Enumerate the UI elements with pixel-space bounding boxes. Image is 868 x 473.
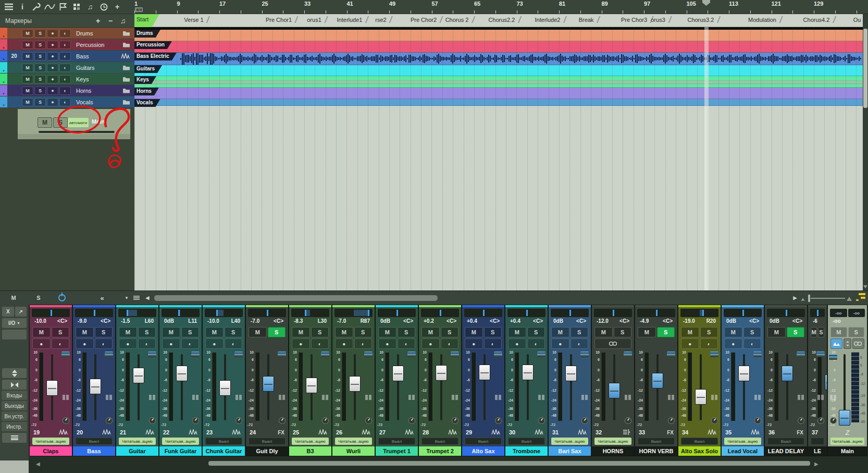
solo-button[interactable]: S bbox=[354, 327, 373, 337]
automation-chip-icon[interactable] bbox=[234, 351, 243, 357]
monitor-button[interactable]: ◐ bbox=[484, 338, 502, 349]
solo-button[interactable]: S bbox=[571, 327, 589, 337]
track-color-cell[interactable]: ▾ bbox=[0, 62, 7, 73]
automation-mode-button[interactable]: Выкл bbox=[767, 438, 804, 445]
automation-mode-button[interactable]: автомати bbox=[68, 118, 89, 127]
monitor-button[interactable]: ◐ bbox=[138, 338, 156, 349]
automation-mode-button[interactable]: Выкл bbox=[378, 438, 415, 445]
mute-button[interactable]: M bbox=[38, 117, 52, 128]
automation-mode-button[interactable]: Выкл bbox=[681, 438, 718, 445]
channel-name-tag[interactable]: Guit Dly bbox=[246, 446, 288, 456]
corner-grip[interactable] bbox=[859, 293, 865, 295]
automation-mode-button[interactable]: Читатьав..ацию bbox=[594, 438, 631, 445]
collapse-icon[interactable]: « bbox=[96, 294, 108, 302]
monitor-button[interactable]: ◐ bbox=[311, 338, 329, 349]
mini-knob[interactable] bbox=[711, 417, 718, 424]
record-button[interactable]: ● bbox=[47, 87, 58, 95]
fader-track[interactable] bbox=[181, 354, 183, 420]
volume-readout[interactable]: -4.9 bbox=[640, 318, 649, 326]
marker-flag[interactable]: Interlude2 bbox=[535, 16, 566, 23]
monitor-button[interactable]: ◐ bbox=[700, 338, 718, 349]
arrangement-view[interactable]: StartVerse 1Pre Chor1orus1Interlude1rse2… bbox=[134, 14, 868, 290]
track-color-cell[interactable]: ▾ bbox=[0, 74, 7, 84]
solo-button[interactable]: S bbox=[52, 327, 70, 337]
corner-grip[interactable] bbox=[861, 297, 865, 299]
automation-chip-icon[interactable] bbox=[580, 351, 589, 357]
close-icon[interactable]: X bbox=[2, 307, 14, 317]
automation-mode-button[interactable] bbox=[811, 438, 824, 445]
solo-button[interactable]: S bbox=[268, 327, 286, 337]
mini-knob[interactable] bbox=[452, 417, 458, 424]
fader-handle[interactable] bbox=[695, 389, 706, 405]
pan-control[interactable] bbox=[594, 309, 632, 317]
fader-handle[interactable] bbox=[392, 366, 404, 381]
volume-readout[interactable]: 0dB bbox=[553, 318, 563, 326]
channel-name-tag[interactable]: Alto Sax Solo bbox=[678, 446, 721, 456]
track-lane-keys[interactable]: Keys bbox=[134, 76, 868, 88]
channel-strip-21[interactable]: -1.5L60MS●◐1060-6-12-24-36-48-7221Читать… bbox=[116, 305, 158, 456]
record-button[interactable]: ● bbox=[551, 338, 569, 349]
channel-name-tag[interactable]: HORNS bbox=[592, 446, 634, 456]
fader-flip-icon[interactable] bbox=[844, 338, 851, 349]
track-row-guitars[interactable]: ▾MS●◐Guitars bbox=[0, 62, 134, 73]
volume-readout[interactable]: +0.4 bbox=[467, 318, 477, 326]
solo-button[interactable]: S bbox=[398, 327, 416, 337]
io-button[interactable]: I/O ▼ bbox=[2, 318, 27, 328]
channel-strip-main[interactable]: -oo-oo-ooMS1060-6-12-24-36-48-7260-6-12-… bbox=[828, 305, 867, 456]
sidebar-item-outputs[interactable]: Выходы bbox=[2, 401, 27, 410]
pan-readout[interactable]: <C> bbox=[663, 318, 673, 326]
solo-button[interactable]: S bbox=[138, 327, 156, 337]
zoom-arrow-icon[interactable]: ▶ bbox=[792, 294, 798, 302]
solo-button[interactable]: S bbox=[484, 327, 502, 337]
solo-button[interactable]: S bbox=[181, 327, 200, 337]
channel-strip-25[interactable]: -8.3L30MS●◐1060-6-12-24-36-48-7225Читать… bbox=[289, 305, 331, 456]
solo-button[interactable]: S bbox=[614, 327, 632, 337]
mute-button[interactable]: M bbox=[119, 327, 137, 337]
mute-button[interactable]: M bbox=[22, 87, 33, 95]
fader-handle[interactable] bbox=[652, 373, 663, 389]
timeline-ruler[interactable]: 4/4 191725334149576573818997105113121129 bbox=[134, 0, 868, 14]
scrollbar-thumb[interactable] bbox=[863, 29, 867, 108]
pan-readout[interactable]: R20 bbox=[706, 318, 716, 326]
volume-readout[interactable]: -10.0 bbox=[207, 318, 219, 326]
mute-button[interactable]: M bbox=[508, 327, 526, 337]
corner-grip[interactable] bbox=[856, 299, 859, 301]
fader-handle[interactable] bbox=[479, 365, 490, 380]
add-marker-button[interactable]: + bbox=[92, 17, 104, 25]
pan-control[interactable] bbox=[162, 309, 200, 317]
pan-readout[interactable]: L30 bbox=[318, 318, 327, 326]
fader-track[interactable] bbox=[700, 354, 702, 420]
automation-mode-button[interactable]: Читатьав..ацию bbox=[162, 438, 199, 445]
main-track-fader[interactable] bbox=[39, 131, 115, 133]
monitor-button[interactable]: ◐ bbox=[59, 64, 71, 72]
automation-chip-icon[interactable] bbox=[321, 351, 329, 357]
marker-note-icon[interactable]: ♫ bbox=[117, 17, 129, 25]
channel-strip-29[interactable]: +0.4<C>MS●◐1060-6-12-24-36-48-7229ВыклAl… bbox=[462, 305, 504, 456]
mute-button[interactable]: M bbox=[292, 327, 310, 337]
automation-chip-icon[interactable] bbox=[148, 351, 156, 357]
mute-button[interactable]: M bbox=[724, 327, 742, 337]
channel-name-tag[interactable]: Bari Sax bbox=[549, 446, 591, 456]
monitor-button[interactable]: ◐ bbox=[527, 338, 545, 349]
track-color-cell[interactable]: ▾ bbox=[0, 85, 7, 96]
automation-chip-icon[interactable] bbox=[105, 351, 113, 357]
automation-chip-icon[interactable] bbox=[829, 354, 837, 360]
record-button[interactable]: ● bbox=[47, 41, 58, 49]
solo-button[interactable]: S bbox=[34, 41, 46, 49]
volume-readout[interactable]: +0.4 bbox=[510, 318, 520, 326]
track-lane-percussion[interactable]: Percussion bbox=[134, 41, 868, 53]
fader-handle[interactable] bbox=[565, 366, 577, 381]
record-button[interactable]: ● bbox=[378, 338, 396, 349]
record-button[interactable]: ● bbox=[32, 338, 51, 349]
marker-flag[interactable]: Break bbox=[579, 16, 599, 23]
channel-name-tag[interactable]: Trumpet 1 bbox=[376, 446, 418, 456]
channel-name-tag[interactable]: Wurli bbox=[332, 446, 375, 456]
automation-chip-icon[interactable] bbox=[624, 351, 632, 357]
pan-control[interactable] bbox=[248, 309, 286, 317]
monitor-button[interactable]: ◐ bbox=[59, 75, 71, 83]
monitor-button[interactable]: ◐ bbox=[59, 98, 71, 106]
pan-control[interactable] bbox=[32, 309, 70, 317]
mute-button[interactable]: M bbox=[465, 327, 483, 337]
automation-chip-icon[interactable] bbox=[667, 351, 675, 357]
record-button[interactable]: ● bbox=[162, 338, 180, 349]
